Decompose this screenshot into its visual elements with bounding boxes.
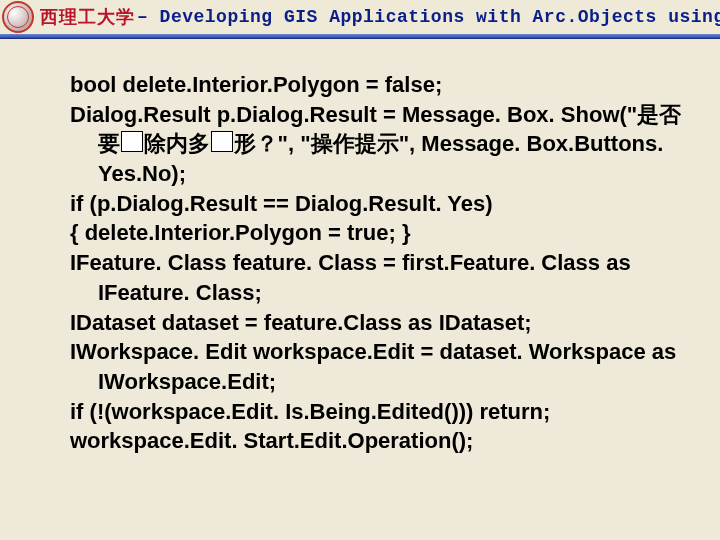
title-separator: – bbox=[137, 7, 160, 27]
code-line: workspace.Edit. Start.Edit.Operation(); bbox=[70, 426, 690, 456]
header-divider bbox=[0, 34, 720, 38]
code-line: Dialog.Result p.Dialog.Result = Message.… bbox=[70, 100, 690, 189]
title-text: Developing GIS Applications with Arc.Obj… bbox=[160, 7, 720, 27]
code-line: if (p.Dialog.Result == Dialog.Result. Ye… bbox=[70, 189, 690, 219]
missing-glyph-icon bbox=[211, 131, 233, 153]
slide-header: 西理工大学 – Developing GIS Applications with… bbox=[0, 0, 720, 34]
missing-glyph-icon bbox=[121, 131, 143, 153]
university-name: 西理工大学 bbox=[40, 5, 135, 29]
course-title: – Developing GIS Applications with Arc.O… bbox=[137, 7, 720, 27]
code-line: IWorkspace. Edit workspace.Edit = datase… bbox=[70, 337, 690, 396]
code-block: bool delete.Interior.Polygon = false; Di… bbox=[70, 70, 690, 456]
code-line: if (!(workspace.Edit. Is.Being.Edited())… bbox=[70, 397, 690, 427]
university-logo-icon bbox=[2, 1, 34, 33]
slide: 西理工大学 – Developing GIS Applications with… bbox=[0, 0, 720, 540]
code-line: { delete.Interior.Polygon = true; } bbox=[70, 218, 690, 248]
code-line: IDataset dataset = feature.Class as IDat… bbox=[70, 308, 690, 338]
code-line: IFeature. Class feature. Class = first.F… bbox=[70, 248, 690, 307]
code-line: bool delete.Interior.Polygon = false; bbox=[70, 70, 690, 100]
